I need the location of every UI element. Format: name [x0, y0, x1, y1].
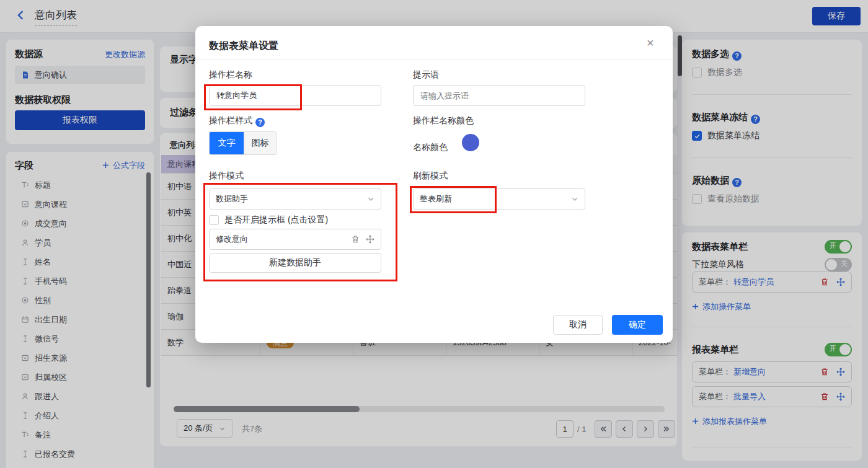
- fields-panel: 字段 公式字段 标题 意向课程 成交意向 学员: [6, 152, 154, 468]
- field-item-gender[interactable]: 性别: [21, 291, 139, 310]
- op-style-tabs: 文字 图标: [209, 131, 277, 155]
- new-assistant-button[interactable]: 新建数据助手: [209, 253, 381, 273]
- first-page-button[interactable]: [595, 420, 612, 438]
- close-icon[interactable]: ×: [647, 36, 654, 50]
- checkbox-unchecked[interactable]: [692, 68, 702, 77]
- table-menu-toggle[interactable]: 开: [825, 240, 852, 254]
- color-swatch[interactable]: [462, 134, 479, 151]
- checkbox-checked[interactable]: [692, 131, 702, 141]
- input-icon: [21, 258, 29, 266]
- plus-icon: [102, 161, 109, 170]
- multi-select-checkbox-row[interactable]: 数据多选: [692, 67, 742, 78]
- page-title: 意向列表: [35, 8, 77, 26]
- modal-title: 数据表菜单设置: [209, 40, 278, 53]
- last-page-button[interactable]: [658, 420, 675, 438]
- page-scrollbar-thumb[interactable]: [678, 35, 682, 76]
- field-item-follower[interactable]: 跟进人: [21, 387, 139, 406]
- tip-input[interactable]: [413, 85, 585, 106]
- raw-data-checkbox-row[interactable]: 查看原始数据: [692, 193, 760, 205]
- field-item-student[interactable]: 学员: [21, 233, 139, 252]
- fields-title: 字段: [15, 160, 33, 172]
- fields-scrollbar-thumb[interactable]: [146, 172, 151, 387]
- help-icon[interactable]: ?: [732, 51, 742, 61]
- delete-icon[interactable]: [820, 392, 829, 401]
- save-button[interactable]: 保存: [812, 7, 861, 25]
- current-page-box[interactable]: 1: [556, 420, 574, 438]
- page-size-select[interactable]: 20 条/页: [177, 419, 232, 438]
- datasource-item[interactable]: 意向确认: [15, 66, 145, 84]
- op-name-input[interactable]: [209, 85, 381, 106]
- next-page-button[interactable]: [637, 420, 654, 438]
- pagination: 1 / 1: [556, 420, 675, 438]
- report-menu-item[interactable]: 菜单栏： 新增意向: [692, 361, 852, 382]
- field-item-birthdate[interactable]: 出生日期: [21, 310, 139, 329]
- add-report-menu-link[interactable]: 添加报表操作菜单: [692, 416, 767, 427]
- move-icon[interactable]: [836, 392, 845, 401]
- dropdown-style-toggle[interactable]: 关: [825, 258, 852, 272]
- divider: [692, 327, 852, 327]
- move-icon[interactable]: [836, 278, 845, 286]
- help-icon[interactable]: ?: [732, 178, 742, 187]
- op-mode-select[interactable]: 数据助手: [209, 188, 381, 210]
- field-item-campus[interactable]: 归属校区: [21, 368, 139, 387]
- op-style-label: 操作栏样式?: [209, 115, 265, 127]
- divider: [692, 94, 852, 95]
- tab-icon[interactable]: 图标: [244, 132, 276, 154]
- chevron-down-icon: [367, 195, 374, 203]
- divider: [195, 59, 673, 60]
- report-menu-toggle[interactable]: 开: [825, 343, 852, 356]
- input-icon: [21, 412, 29, 420]
- delete-icon[interactable]: [351, 235, 360, 244]
- table-hscroll-track: [174, 406, 665, 412]
- plus-icon: [692, 417, 699, 426]
- op-name-label: 操作栏名称: [209, 69, 252, 81]
- menu-bars-panel: 数据表菜单栏 开 下拉菜单风格 关 菜单栏： 转意向学员 添加操作菜单: [682, 232, 862, 461]
- assistant-item[interactable]: 修改意向: [209, 229, 381, 250]
- select-icon: [21, 373, 29, 381]
- table-menu-item[interactable]: 菜单栏： 转意向学员: [692, 272, 852, 293]
- field-item-name[interactable]: 姓名: [21, 252, 139, 272]
- delete-icon[interactable]: [820, 368, 829, 376]
- refresh-mode-label: 刷新模式: [413, 170, 448, 182]
- table-hscroll-thumb[interactable]: [174, 406, 360, 412]
- divider: [692, 448, 852, 448]
- add-operation-menu-link[interactable]: 添加操作菜单: [692, 301, 751, 312]
- select-icon: [21, 354, 29, 362]
- raw-data-title: 原始数据?: [692, 175, 742, 187]
- report-permission-button[interactable]: 报表权限: [15, 110, 145, 130]
- field-item-title[interactable]: 标题: [21, 175, 139, 195]
- tip-box-checkbox-row[interactable]: 是否开启提示框 (点击设置): [209, 214, 328, 226]
- field-item-remark[interactable]: 备注: [21, 425, 139, 444]
- color-name-label: 名称颜色: [413, 142, 448, 153]
- report-menu-item[interactable]: 菜单栏： 批量导入: [692, 386, 852, 407]
- prev-page-button[interactable]: [616, 420, 633, 438]
- field-item-course[interactable]: 意向课程: [21, 195, 139, 214]
- field-item-phone[interactable]: 手机号码: [21, 272, 139, 291]
- radio-icon: [21, 296, 29, 304]
- tab-text[interactable]: 文字: [210, 132, 244, 154]
- refresh-mode-select[interactable]: 整表刷新: [413, 188, 585, 210]
- help-icon[interactable]: ?: [255, 118, 265, 127]
- field-item-deal-intent[interactable]: 成交意向: [21, 214, 139, 233]
- delete-icon[interactable]: [820, 278, 829, 286]
- total-count: 共7条: [242, 423, 262, 435]
- field-item-referrer[interactable]: 介绍人: [21, 406, 139, 425]
- add-formula-field-link[interactable]: 公式字段: [102, 160, 145, 171]
- confirm-button[interactable]: 确定: [612, 315, 663, 335]
- field-item-wechat[interactable]: 微信号: [21, 329, 139, 348]
- page-of-total: / 1: [577, 425, 586, 434]
- checkbox-unchecked[interactable]: [209, 215, 219, 225]
- help-icon[interactable]: ?: [751, 115, 760, 124]
- field-item-paid[interactable]: 已报名交费: [21, 444, 139, 464]
- input-icon: [21, 450, 29, 458]
- move-icon[interactable]: [836, 368, 845, 376]
- move-icon[interactable]: [366, 235, 374, 244]
- freeze-checkbox-row[interactable]: 数据菜单冻结: [692, 130, 760, 141]
- cancel-button[interactable]: 取消: [553, 315, 603, 335]
- change-datasource-link[interactable]: 更改数据源: [105, 49, 145, 60]
- datasource-panel: 数据源 更改数据源 意向确认 数据获取权限 报表权限: [6, 40, 154, 144]
- options-panel: 数据多选? 数据多选 数据菜单冻结? 数据菜单冻结 原始数据? 查看原始数据: [682, 40, 862, 226]
- back-icon[interactable]: [15, 9, 27, 24]
- checkbox-unchecked[interactable]: [692, 194, 702, 204]
- field-item-source[interactable]: 招生来源: [21, 348, 139, 368]
